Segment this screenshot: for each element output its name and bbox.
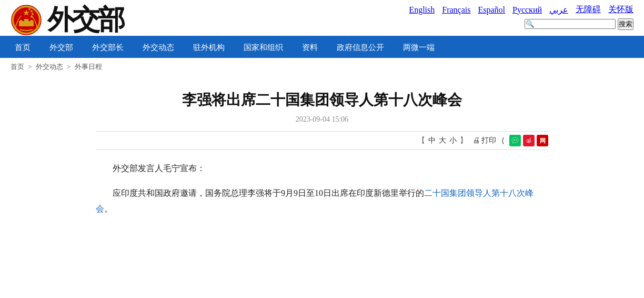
nav-openinfo[interactable]: 政府信息公开 (327, 37, 394, 58)
lang-french[interactable]: Français (442, 5, 470, 15)
share-icons: 网 (509, 135, 548, 146)
mfa-calligraphy: 外交部 (47, 6, 123, 34)
article: 李强将出席二十国集团领导人第十八次峰会 2023-09-04 15:06 【 中… (85, 76, 559, 246)
breadcrumb: 首页 > 外交动态 > 外事日程 (0, 58, 644, 76)
lang-russian[interactable]: Русский (512, 5, 542, 15)
nav-social[interactable]: 两微一端 (394, 37, 444, 58)
lang-arabic[interactable]: عربي (549, 5, 568, 15)
nav-mfa[interactable]: 外交部 (40, 37, 83, 58)
breadcrumb-home[interactable]: 首页 (11, 63, 24, 71)
nav-resources[interactable]: 资料 (293, 37, 327, 58)
article-title: 李强将出席二十国集团领导人第十八次峰会 (96, 90, 548, 110)
search-area: 搜索 (525, 18, 633, 30)
national-emblem (11, 4, 42, 36)
share-icon-link: ⟨ (501, 136, 504, 145)
share-wangyi[interactable]: 网 (537, 135, 548, 146)
article-para-2: 应印度共和国政府邀请，国务院总理李强将于9月9日至10日出席在印度新德里举行的二… (96, 185, 548, 217)
svg-point-11 (514, 140, 515, 141)
logo-area: 外交部 (11, 4, 123, 36)
svg-rect-5 (31, 20, 33, 22)
lang-care[interactable]: 关怀版 (608, 4, 633, 15)
nav-news[interactable]: 外交动态 (133, 37, 184, 58)
article-para-1: 外交部发言人毛宁宣布： (96, 161, 548, 176)
font-size-large[interactable]: 大 (439, 136, 446, 145)
lang-accessible[interactable]: 无障碍 (576, 4, 601, 15)
nav-countries[interactable]: 国家和组织 (234, 37, 293, 58)
breadcrumb-schedule[interactable]: 外事日程 (75, 63, 102, 71)
breadcrumb-news[interactable]: 外交动态 (36, 63, 63, 71)
share-weibo[interactable] (523, 135, 535, 146)
nav-minister[interactable]: 外交部长 (83, 37, 133, 58)
font-size-small[interactable]: 小 (449, 136, 457, 145)
header: 外交部 English Français Español Русский عرب… (0, 0, 644, 36)
lang-spanish[interactable]: Español (478, 5, 505, 15)
article-toolbar: 【 中 大 小 】 🖨 打印 ⟨ 网 (96, 131, 548, 150)
svg-point-12 (516, 140, 517, 141)
svg-rect-4 (24, 19, 28, 22)
nav-home[interactable]: 首页 (5, 37, 40, 58)
article-link-g20[interactable]: 二十国集团领导人第十八次峰会 (96, 188, 534, 213)
svg-rect-3 (20, 20, 22, 22)
article-body: 外交部发言人毛宁宣布： 应印度共和国政府邀请，国务院总理李强将于9月9日至10日… (96, 161, 548, 217)
bracket-close: 】 (460, 136, 467, 145)
font-size-medium[interactable]: 中 (428, 136, 436, 145)
lang-english[interactable]: English (409, 5, 435, 15)
share-wechat[interactable] (509, 135, 521, 146)
svg-point-14 (528, 141, 530, 142)
bracket-open: 【 (418, 136, 425, 145)
breadcrumb-sep-2: > (67, 63, 73, 71)
header-right: English Français Español Русский عربي 无障… (409, 4, 633, 30)
article-date: 2023-09-04 15:06 (96, 115, 548, 124)
search-button[interactable]: 搜索 (618, 18, 633, 30)
language-links: English Français Español Русский عربي 无障… (409, 4, 633, 15)
search-input[interactable] (525, 19, 616, 29)
print-button[interactable]: 🖨 打印 (472, 136, 496, 145)
font-size-controls: 【 中 大 小 】 (418, 136, 467, 145)
print-label: 打印 (481, 136, 496, 145)
main-nav: 首页 外交部 外交部长 外交动态 驻外机构 国家和组织 资料 政府信息公开 两微… (0, 37, 644, 58)
print-icon: 🖨 (472, 136, 480, 145)
breadcrumb-sep-1: > (28, 63, 34, 71)
nav-missions[interactable]: 驻外机构 (184, 37, 234, 58)
